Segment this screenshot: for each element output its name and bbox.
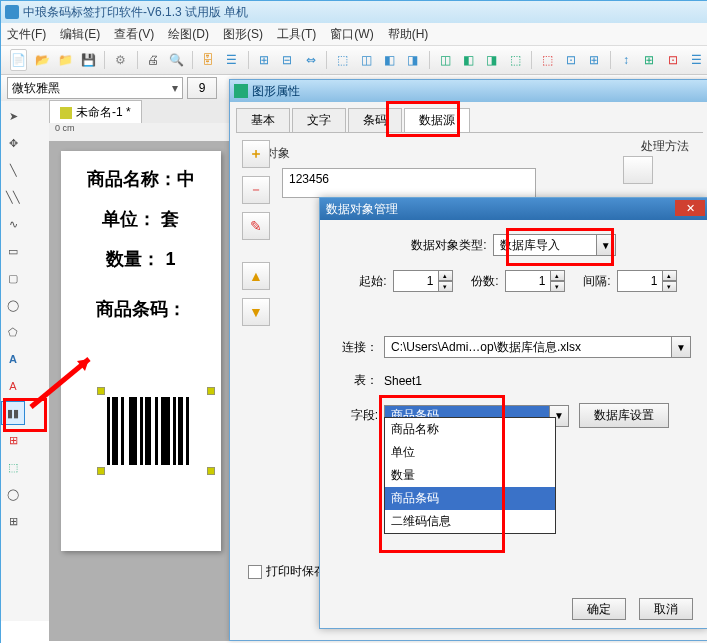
misc1-icon[interactable]: ↕ [617,49,634,71]
misc2-icon[interactable]: ⊞ [641,49,658,71]
db-icon[interactable]: 🗄 [200,49,217,71]
field-dropdown-list[interactable]: 商品名称 单位 数量 商品条码 二维码信息 [384,417,556,534]
sel1-icon[interactable]: ⬚ [539,49,556,71]
qrcode-icon[interactable]: ⊞ [1,428,25,452]
tab-basic[interactable]: 基本 [236,108,290,132]
print-icon[interactable]: 🖨 [144,49,161,71]
gap-spinner[interactable]: ▴▾ [663,270,677,292]
font-name-select[interactable]: 微软雅黑 [7,77,183,99]
field-option-1[interactable]: 单位 [385,441,555,464]
richtext-icon[interactable]: A [1,374,25,398]
start-input[interactable]: 1 [393,270,439,292]
layout1-icon[interactable]: ⬚ [334,49,351,71]
image-icon[interactable]: ⬚ [1,455,25,479]
menu-window[interactable]: 窗口(W) [330,26,373,43]
field-option-2[interactable]: 数量 [385,464,555,487]
menu-shape[interactable]: 图形(S) [223,26,263,43]
menu-help[interactable]: 帮助(H) [388,26,429,43]
type-dropdown-trigger[interactable]: ▼ [597,234,616,256]
grid3-icon[interactable]: ⊞ [1,509,25,533]
layout2-icon[interactable]: ◫ [358,49,375,71]
data-object-list[interactable]: 123456 [282,168,536,198]
open2-icon[interactable]: 📁 [57,49,74,71]
menu-tool[interactable]: 工具(T) [277,26,316,43]
menu-draw[interactable]: 绘图(D) [168,26,209,43]
main-window: 中琅条码标签打印软件-V6.1.3 试用版 单机 文件(F) 编辑(E) 查看(… [0,0,707,643]
gap-input[interactable]: 1 [617,270,663,292]
move-down-button[interactable]: ▼ [242,298,270,326]
conn-dropdown-trigger[interactable]: ▼ [672,336,691,358]
font-size-select[interactable]: 9 [187,77,217,99]
count-spinner[interactable]: ▴▾ [551,270,565,292]
start-spinner[interactable]: ▴▾ [439,270,453,292]
graphic-properties-title[interactable]: 图形属性 [230,80,707,102]
circle2-icon[interactable]: ◯ [1,482,25,506]
db-settings-button[interactable]: 数据库设置 [579,403,669,428]
conn-value: C:\Users\Admi…op\数据库信息.xlsx [391,339,581,356]
field-option-3[interactable]: 商品条码 [385,487,555,510]
sel3-icon[interactable]: ⊞ [585,49,602,71]
graphic-properties-title-text: 图形属性 [252,83,300,100]
field-option-4[interactable]: 二维码信息 [385,510,555,533]
green1-icon[interactable]: ◫ [436,49,453,71]
misc3-icon[interactable]: ⊡ [664,49,681,71]
curve-icon[interactable]: ∿ [1,212,25,236]
ok-button[interactable]: 确定 [572,598,626,620]
pointer-icon[interactable]: ➤ [1,104,25,128]
script-icon[interactable]: ☰ [223,49,240,71]
close-button[interactable]: ✕ [675,200,705,216]
add-button[interactable]: ＋ [242,140,270,168]
shape-toolbar: ➤ ✥ ╲ ╲╲ ∿ ▭ ▢ ◯ ⬠ A A ▮▮ ⊞ ⬚ ◯ ⊞ [1,101,26,621]
menu-view[interactable]: 查看(V) [114,26,154,43]
barcode-icon[interactable]: ▮▮ [1,401,25,425]
polygon-icon[interactable]: ⬠ [1,320,25,344]
barcode-object[interactable] [101,391,211,471]
remove-button[interactable]: － [242,176,270,204]
misc4-icon[interactable]: ☰ [687,49,704,71]
open-icon[interactable]: 📂 [33,49,50,71]
doc-tab-1[interactable]: 未命名-1 * [49,100,142,124]
move-icon[interactable]: ✥ [1,131,25,155]
dialog1-icon [234,84,248,98]
new-icon[interactable]: 📄 [10,49,27,71]
line-icon[interactable]: ╲ [1,158,25,182]
label-line-1: 商品名称：中 [61,167,221,191]
rect-icon[interactable]: ▭ [1,239,25,263]
roundrect-icon[interactable]: ▢ [1,266,25,290]
data-object-manage-title[interactable]: 数据对象管理 ✕ [320,198,707,220]
green2-icon[interactable]: ◧ [460,49,477,71]
layout4-icon[interactable]: ◨ [404,49,421,71]
align-icon[interactable]: ⇔ [302,49,319,71]
print-save-checkbox[interactable]: 打印时保存 [248,563,326,580]
canvas[interactable]: 商品名称：中 单位： 套 数量： 1 商品条码： [49,141,229,641]
menubar: 文件(F) 编辑(E) 查看(V) 绘图(D) 图形(S) 工具(T) 窗口(W… [1,23,707,46]
grid2-icon[interactable]: ⊟ [279,49,296,71]
tab-datasource[interactable]: 数据源 [404,108,470,132]
process-add-button[interactable] [623,156,653,184]
layout3-icon[interactable]: ◧ [381,49,398,71]
grid-icon[interactable]: ⊞ [255,49,272,71]
green3-icon[interactable]: ◨ [483,49,500,71]
titlebar: 中琅条码标签打印软件-V6.1.3 试用版 单机 [1,1,707,23]
tab-text[interactable]: 文字 [292,108,346,132]
move-up-button[interactable]: ▲ [242,262,270,290]
menu-edit[interactable]: 编辑(E) [60,26,100,43]
edit-button[interactable]: ✎ [242,212,270,240]
ellipse-icon[interactable]: ◯ [1,293,25,317]
count-input[interactable]: 1 [505,270,551,292]
menu-file[interactable]: 文件(F) [7,26,46,43]
graphic-properties-tabs: 基本 文字 条码 数据源 [236,108,703,133]
type-select[interactable]: 数据库导入 [493,234,597,256]
save-icon[interactable]: 💾 [80,49,97,71]
text-icon[interactable]: A [1,347,25,371]
conn-select[interactable]: C:\Users\Admi…op\数据库信息.xlsx [384,336,672,358]
cancel-button[interactable]: 取消 [639,598,693,620]
field-option-0[interactable]: 商品名称 [385,418,555,441]
sel2-icon[interactable]: ⊡ [562,49,579,71]
tab-barcode[interactable]: 条码 [348,108,402,132]
zoomfit-icon[interactable] [27,105,47,125]
settings-icon[interactable]: ⚙ [112,49,129,71]
polyline-icon[interactable]: ╲╲ [1,185,25,209]
preview-icon[interactable]: 🔍 [168,49,185,71]
green4-icon[interactable]: ⬚ [506,49,523,71]
